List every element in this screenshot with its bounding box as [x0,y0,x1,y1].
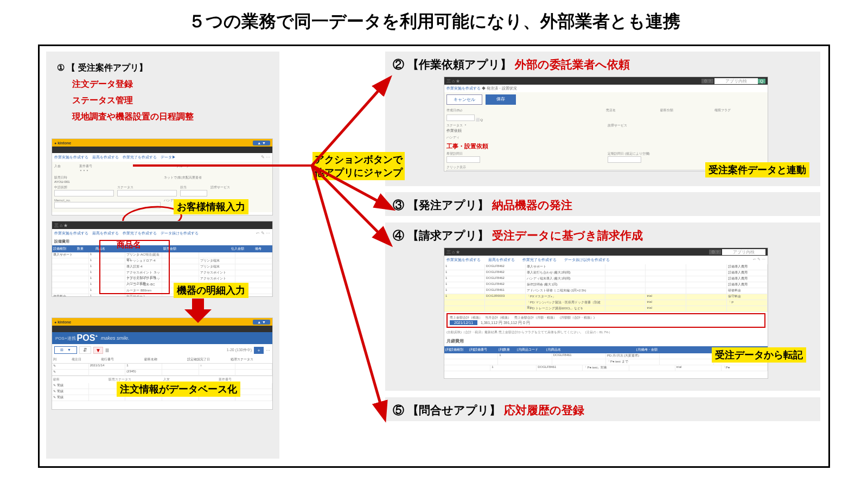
p2-title-red: 外部の委託業者へ依頼 [515,58,630,71]
svg-marker-0 [184,299,212,323]
product-header-label: 商品名 [117,240,141,250]
p2-title-black: 【作業依頼アプリ】 [407,58,512,71]
p4-title-red: 受注データに基づき請求作成 [492,229,643,242]
p5-title-black: 【問合せアプリ】 [407,404,501,416]
panel-4: ④ 【請求アプリ】 受注データに基づき請求作成 三 ⌂ ★⚙ ? アプリ内検 作… [385,223,820,391]
panel-3: ③ 【発注アプリ】 納品機器の発注 [385,192,820,216]
callout-customer-info: お客様情報入力 [174,199,248,214]
save-button[interactable]: 保存 [486,94,516,105]
p3-title-black: 【発注アプリ】 [407,199,489,211]
num-1: ① [57,63,65,72]
callout-p2: 受注案件データと連動 [705,162,809,177]
action-button-label: アクションボタンで 他アプリにジャンプ [312,152,405,180]
cancel-button[interactable]: キャンセル [446,94,482,105]
kintone-logo: ● [54,141,56,145]
section1-bracket: 【 受注案件アプリ】 [67,63,147,72]
section1-heading: ① 【 受注案件アプリ】 注文データ登録 ステータス管理 現地調査や機器設置の日… [57,60,194,125]
section1-line3: 現地調査や機器設置の日程調整 [57,109,194,125]
p3-title-red: 納品機器の発注 [492,199,572,211]
p4-title-black: 【請求アプリ】 [407,229,489,242]
panel-5: ⑤ 【問合せアプリ】 応対履歴の登録 [385,397,820,421]
callout-database: 注文情報がデータベース化 [117,382,240,397]
left-column: ① 【 受注案件アプリ】 注文データ登録 ステータス管理 現地調査や機器設置の日… [46,52,279,459]
panel-2: ② 【作業依頼アプリ】 外部の委託業者へ依頼 三 ⌂ ★⚙ ? アプリ内検Q 作… [385,52,820,186]
callout-item-detail: 機器の明細入力 [174,283,248,298]
date-pill[interactable]: 2021/12/11 [450,320,477,325]
screenshot-work-request: 三 ⌂ ★⚙ ? アプリ内検Q 作業実施を作成する ◆ 発注済・設置状況 キャン… [444,77,768,172]
down-arrow-icon [184,299,212,328]
num-3: ③ [393,199,404,211]
work-section-title: 工事・設置依頼 [446,142,765,150]
p5-title-red: 応対履歴の登録 [504,404,584,416]
page-title: ５つの業務で同一データを利用可能になり、外部業者とも連携 [0,0,868,39]
invoice-rows: 1DOGLF8462導入サポート設備導入費用1DOGLF8462導入前打ち合わせ… [444,264,768,312]
section1-line2: ステータス管理 [57,92,194,109]
num-2: ② [393,58,404,71]
section1-line1: 注文データ登録 [57,76,194,92]
callout-p4: 受注データから転記 [712,347,806,363]
num-4: ④ [393,229,404,242]
num-5: ⑤ [393,404,404,416]
